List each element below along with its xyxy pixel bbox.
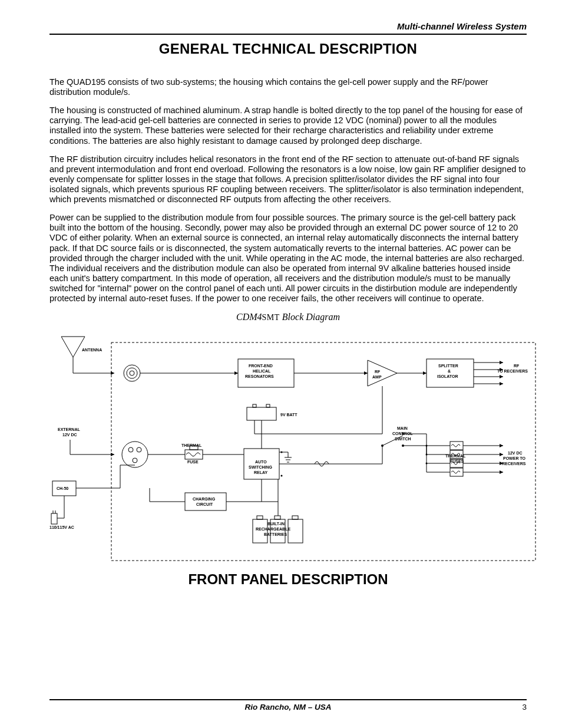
page-footer: Rio Rancho, NM – USA 3	[49, 699, 527, 711]
svg-rect-59	[450, 468, 463, 476]
label-rf-amp: RF AMP	[372, 370, 382, 379]
running-header: Multi-channel Wireless System	[49, 21, 527, 34]
svg-rect-83	[275, 516, 280, 519]
svg-rect-0	[111, 342, 535, 561]
paragraph-2: The housing is constructed of machined a…	[49, 106, 527, 146]
label-splitter: SPLITTER & ISOLATOR	[437, 364, 459, 378]
diagram-caption: CDM4SMT Block Diagram	[49, 312, 527, 322]
paragraph-4: Power can be supplied to the distributio…	[49, 213, 527, 304]
antenna-icon	[61, 337, 114, 373]
ground-icon	[285, 452, 292, 462]
svg-rect-56	[450, 442, 463, 450]
power-connector-icon	[122, 442, 148, 467]
paragraph-1: The QUAD195 consists of two sub-systems;…	[49, 77, 527, 97]
svg-point-53	[426, 445, 428, 447]
header-rule	[49, 34, 527, 35]
caption-smallcaps: SMT	[262, 313, 280, 322]
svg-rect-17	[247, 407, 276, 420]
label-ac: 110/115V AC	[49, 525, 74, 529]
label-power-to: 12V DC POWER TO RECEIVERS	[502, 451, 527, 466]
svg-marker-1	[61, 337, 85, 357]
svg-marker-10	[368, 360, 397, 386]
svg-point-22	[122, 442, 148, 467]
caption-prefix: CDM4	[236, 312, 262, 322]
paragraph-3: The RF distribution circuitry includes h…	[49, 154, 527, 205]
ac-plug-icon	[51, 510, 57, 524]
svg-point-23	[128, 447, 133, 452]
svg-rect-84	[292, 516, 298, 519]
svg-point-32	[281, 475, 283, 477]
svg-rect-79	[253, 519, 267, 543]
svg-point-4	[124, 365, 140, 381]
svg-rect-19	[266, 404, 270, 407]
label-builtin: BUILT-IN RECHARGEABLE BATTERIES	[256, 522, 292, 536]
svg-point-25	[133, 458, 137, 463]
label-charging: CHARGING CIRCUIT	[193, 497, 216, 506]
svg-rect-74	[185, 493, 226, 510]
label-9v: 9V BATT	[280, 413, 297, 417]
label-antenna: ANTENNA	[82, 348, 102, 352]
footer-location: Rio Rancho, NM – USA	[67, 703, 509, 711]
section-heading-front-panel: FRONT PANEL DESCRIPTION	[49, 571, 527, 588]
svg-rect-18	[253, 404, 256, 407]
thermal-fuse-icon	[185, 446, 203, 459]
svg-rect-68	[51, 513, 57, 524]
page-number: 3	[509, 703, 527, 711]
footer-rule	[49, 699, 527, 700]
block-diagram: ANTENNA FRONT-END HELICAL RESONATORS RF …	[49, 331, 538, 566]
svg-point-24	[137, 447, 141, 452]
svg-rect-30	[244, 449, 279, 479]
label-ch50: CH-50	[57, 486, 68, 490]
svg-point-5	[127, 368, 137, 378]
label-auto-sw: AUTO SWITCHING RELAY	[249, 460, 273, 475]
svg-rect-82	[257, 516, 263, 519]
body-text: The QUAD195 consists of two sub-systems;…	[49, 77, 527, 304]
svg-point-54	[426, 454, 428, 456]
label-front-end: FRONT-END HELICAL RESONATORS	[245, 364, 274, 378]
connector-icon	[124, 365, 140, 381]
nine-v-batt-icon	[247, 404, 276, 420]
svg-point-55	[426, 463, 428, 465]
label-rf-to: RF TO RECEIVERS	[497, 364, 528, 373]
svg-point-6	[130, 371, 134, 375]
section-heading-general: GENERAL TECHNICAL DESCRIPTION	[49, 41, 527, 57]
caption-suffix: Block Diagram	[280, 312, 340, 322]
svg-rect-81	[288, 519, 303, 543]
label-ext-12v: EXTERNAL 12V DC	[58, 427, 81, 437]
